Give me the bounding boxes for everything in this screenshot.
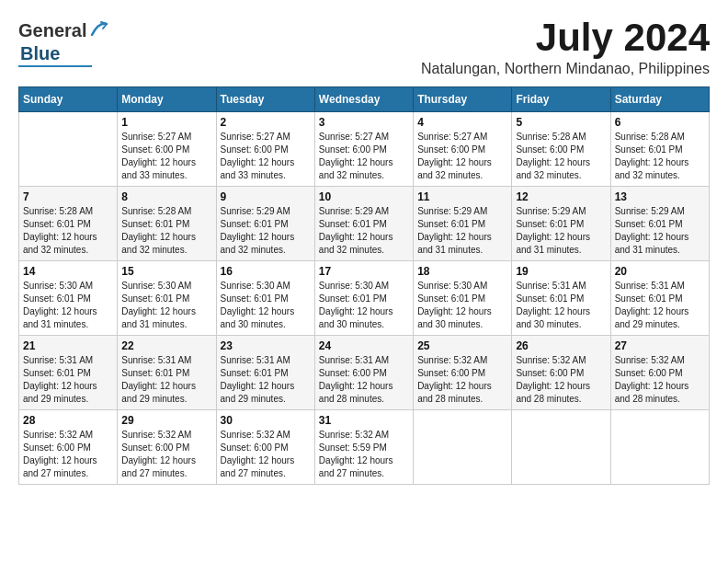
day-number: 4	[417, 116, 507, 129]
table-row: 11Sunrise: 5:29 AM Sunset: 6:01 PM Dayli…	[414, 187, 512, 261]
day-number: 10	[319, 190, 409, 203]
day-number: 6	[615, 116, 705, 129]
day-number: 13	[615, 190, 705, 203]
day-info: Sunrise: 5:30 AM Sunset: 6:01 PM Dayligh…	[417, 280, 507, 331]
table-row: 12Sunrise: 5:29 AM Sunset: 6:01 PM Dayli…	[512, 187, 610, 261]
title-section: July 2024 Natalungan, Northern Mindanao,…	[421, 18, 710, 77]
month-year-title: July 2024	[421, 18, 710, 57]
day-number: 22	[121, 339, 211, 352]
day-info: Sunrise: 5:32 AM Sunset: 6:00 PM Dayligh…	[516, 354, 606, 406]
table-row: 29Sunrise: 5:32 AM Sunset: 6:00 PM Dayli…	[118, 410, 216, 485]
day-number: 2	[221, 116, 311, 129]
table-row: 6Sunrise: 5:28 AM Sunset: 6:01 PM Daylig…	[610, 112, 709, 187]
day-number: 28	[23, 414, 113, 427]
day-number: 3	[319, 116, 409, 129]
table-row: 13Sunrise: 5:29 AM Sunset: 6:01 PM Dayli…	[610, 187, 709, 261]
day-number: 9	[221, 190, 311, 203]
day-number: 19	[516, 265, 606, 278]
table-row: 5Sunrise: 5:28 AM Sunset: 6:00 PM Daylig…	[512, 112, 610, 187]
logo-blue-text: Blue	[20, 43, 60, 63]
col-header-sunday: Sunday	[19, 87, 118, 112]
table-row: 26Sunrise: 5:32 AM Sunset: 6:00 PM Dayli…	[512, 336, 610, 410]
table-row: 8Sunrise: 5:28 AM Sunset: 6:01 PM Daylig…	[118, 187, 216, 261]
day-number: 11	[417, 190, 507, 203]
table-row: 25Sunrise: 5:32 AM Sunset: 6:00 PM Dayli…	[414, 336, 512, 410]
table-row: 10Sunrise: 5:29 AM Sunset: 6:01 PM Dayli…	[314, 187, 413, 261]
col-header-thursday: Thursday	[414, 87, 512, 112]
day-info: Sunrise: 5:29 AM Sunset: 6:01 PM Dayligh…	[417, 205, 507, 257]
day-info: Sunrise: 5:27 AM Sunset: 6:00 PM Dayligh…	[417, 131, 507, 182]
day-info: Sunrise: 5:29 AM Sunset: 6:01 PM Dayligh…	[516, 205, 606, 257]
day-info: Sunrise: 5:29 AM Sunset: 6:01 PM Dayligh…	[615, 205, 705, 257]
day-number: 24	[319, 339, 409, 352]
logo-general-text: General	[18, 20, 86, 41]
table-row: 20Sunrise: 5:31 AM Sunset: 6:01 PM Dayli…	[610, 261, 709, 336]
col-header-monday: Monday	[118, 87, 216, 112]
table-row: 15Sunrise: 5:30 AM Sunset: 6:01 PM Dayli…	[118, 261, 216, 336]
day-info: Sunrise: 5:31 AM Sunset: 6:01 PM Dayligh…	[221, 354, 311, 406]
calendar-table: SundayMondayTuesdayWednesdayThursdayFrid…	[18, 86, 710, 485]
day-info: Sunrise: 5:27 AM Sunset: 6:00 PM Dayligh…	[121, 131, 211, 182]
day-info: Sunrise: 5:28 AM Sunset: 6:01 PM Dayligh…	[121, 205, 211, 257]
day-info: Sunrise: 5:30 AM Sunset: 6:01 PM Dayligh…	[23, 280, 113, 331]
day-info: Sunrise: 5:32 AM Sunset: 6:00 PM Dayligh…	[23, 429, 113, 480]
day-number: 17	[319, 265, 409, 278]
table-row: 28Sunrise: 5:32 AM Sunset: 6:00 PM Dayli…	[19, 410, 118, 485]
day-info: Sunrise: 5:28 AM Sunset: 6:01 PM Dayligh…	[615, 131, 705, 182]
day-info: Sunrise: 5:31 AM Sunset: 6:00 PM Dayligh…	[319, 354, 409, 406]
day-info: Sunrise: 5:31 AM Sunset: 6:01 PM Dayligh…	[121, 354, 211, 406]
day-info: Sunrise: 5:32 AM Sunset: 6:00 PM Dayligh…	[221, 429, 311, 480]
table-row: 4Sunrise: 5:27 AM Sunset: 6:00 PM Daylig…	[414, 112, 512, 187]
day-info: Sunrise: 5:28 AM Sunset: 6:00 PM Dayligh…	[516, 131, 606, 182]
day-number: 26	[516, 339, 606, 352]
day-number: 30	[221, 414, 311, 427]
table-row: 22Sunrise: 5:31 AM Sunset: 6:01 PM Dayli…	[118, 336, 216, 410]
table-row: 31Sunrise: 5:32 AM Sunset: 5:59 PM Dayli…	[314, 410, 413, 485]
day-info: Sunrise: 5:29 AM Sunset: 6:01 PM Dayligh…	[319, 205, 409, 257]
day-info: Sunrise: 5:30 AM Sunset: 6:01 PM Dayligh…	[121, 280, 211, 331]
table-row	[610, 410, 709, 485]
table-row: 24Sunrise: 5:31 AM Sunset: 6:00 PM Dayli…	[314, 336, 413, 410]
day-info: Sunrise: 5:32 AM Sunset: 6:00 PM Dayligh…	[417, 354, 507, 406]
day-info: Sunrise: 5:32 AM Sunset: 6:00 PM Dayligh…	[615, 354, 705, 406]
day-info: Sunrise: 5:27 AM Sunset: 6:00 PM Dayligh…	[319, 131, 409, 182]
day-number: 31	[319, 414, 409, 427]
day-number: 12	[516, 190, 606, 203]
col-header-wednesday: Wednesday	[314, 87, 413, 112]
col-header-saturday: Saturday	[610, 87, 709, 112]
location-subtitle: Natalungan, Northern Mindanao, Philippin…	[421, 61, 710, 77]
day-info: Sunrise: 5:32 AM Sunset: 5:59 PM Dayligh…	[319, 429, 409, 480]
table-row: 7Sunrise: 5:28 AM Sunset: 6:01 PM Daylig…	[19, 187, 118, 261]
table-row: 18Sunrise: 5:30 AM Sunset: 6:01 PM Dayli…	[414, 261, 512, 336]
day-number: 16	[221, 265, 311, 278]
day-number: 27	[615, 339, 705, 352]
table-row: 9Sunrise: 5:29 AM Sunset: 6:01 PM Daylig…	[216, 187, 314, 261]
logo-swoosh-icon	[88, 18, 108, 43]
day-number: 1	[121, 116, 211, 129]
table-row: 27Sunrise: 5:32 AM Sunset: 6:00 PM Dayli…	[610, 336, 709, 410]
col-header-friday: Friday	[512, 87, 610, 112]
table-row: 3Sunrise: 5:27 AM Sunset: 6:00 PM Daylig…	[314, 112, 413, 187]
day-number: 21	[23, 339, 113, 352]
col-header-tuesday: Tuesday	[216, 87, 314, 112]
day-info: Sunrise: 5:29 AM Sunset: 6:01 PM Dayligh…	[221, 205, 311, 257]
day-info: Sunrise: 5:31 AM Sunset: 6:01 PM Dayligh…	[516, 280, 606, 331]
day-number: 15	[121, 265, 211, 278]
day-number: 23	[221, 339, 311, 352]
day-number: 14	[23, 265, 113, 278]
table-row: 30Sunrise: 5:32 AM Sunset: 6:00 PM Dayli…	[216, 410, 314, 485]
table-row: 16Sunrise: 5:30 AM Sunset: 6:01 PM Dayli…	[216, 261, 314, 336]
table-row	[19, 112, 118, 187]
day-info: Sunrise: 5:27 AM Sunset: 6:00 PM Dayligh…	[221, 131, 311, 182]
day-info: Sunrise: 5:32 AM Sunset: 6:00 PM Dayligh…	[121, 429, 211, 480]
day-number: 7	[23, 190, 113, 203]
day-number: 8	[121, 190, 211, 203]
table-row: 21Sunrise: 5:31 AM Sunset: 6:01 PM Dayli…	[19, 336, 118, 410]
day-number: 18	[417, 265, 507, 278]
table-row: 1Sunrise: 5:27 AM Sunset: 6:00 PM Daylig…	[118, 112, 216, 187]
day-info: Sunrise: 5:28 AM Sunset: 6:01 PM Dayligh…	[23, 205, 113, 257]
day-number: 25	[417, 339, 507, 352]
table-row: 2Sunrise: 5:27 AM Sunset: 6:00 PM Daylig…	[216, 112, 314, 187]
table-row: 23Sunrise: 5:31 AM Sunset: 6:01 PM Dayli…	[216, 336, 314, 410]
table-row	[414, 410, 512, 485]
